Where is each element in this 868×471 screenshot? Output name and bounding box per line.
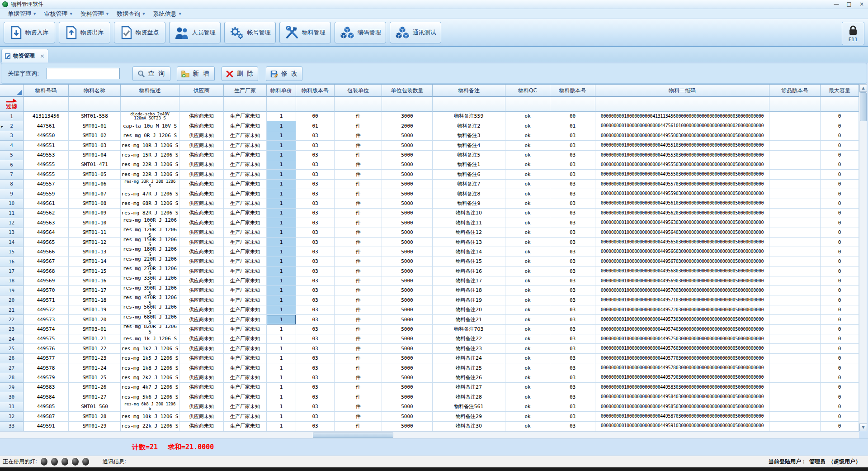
- cell-version[interactable]: 03: [296, 228, 335, 238]
- cell-version[interactable]: 03: [296, 180, 335, 189]
- cell-supplier[interactable]: 供应商未知: [179, 363, 224, 373]
- row-number[interactable]: 14: [0, 238, 24, 247]
- filter-cell-version2[interactable]: [550, 97, 595, 112]
- cell-qc[interactable]: ok: [505, 344, 550, 353]
- cell-qty[interactable]: 5000: [382, 325, 433, 334]
- filter-cell-maker[interactable]: [224, 97, 267, 112]
- cell-qc[interactable]: ok: [505, 189, 550, 199]
- cell-qty[interactable]: 5000: [382, 151, 433, 160]
- cell-note[interactable]: 物料备注22: [433, 334, 505, 344]
- close-icon[interactable]: ×: [40, 53, 45, 59]
- cell-maker[interactable]: 生产厂家未知: [224, 412, 267, 421]
- row-number[interactable]: 13: [0, 228, 24, 238]
- cell-code[interactable]: 449572: [24, 305, 69, 315]
- cell-version2[interactable]: 03: [550, 295, 595, 305]
- cell-note[interactable]: 物料备注17: [433, 276, 505, 286]
- cell-version[interactable]: 03: [296, 344, 335, 353]
- maximize-button[interactable]: □: [843, 0, 855, 9]
- cell-qty[interactable]: 5000: [382, 276, 433, 286]
- cell-note[interactable]: 物料备注561: [433, 402, 505, 412]
- cell-note[interactable]: 物料备注21: [433, 315, 505, 324]
- cell-qc[interactable]: ok: [505, 325, 550, 334]
- cell-supplier[interactable]: 供应商未知: [179, 170, 224, 179]
- row-number[interactable]: 31: [0, 402, 24, 412]
- cell-capacity[interactable]: 0: [821, 141, 859, 150]
- cell-unit[interactable]: 件: [335, 170, 382, 179]
- cell-qty[interactable]: 5000: [382, 363, 433, 373]
- cell-desc[interactable]: res-mg 6k8 J 200 1206 S: [121, 402, 179, 412]
- cell-note[interactable]: 物料备注2: [433, 121, 505, 131]
- cell-price[interactable]: 1: [267, 422, 296, 431]
- column-header-supplier[interactable]: 供应商: [179, 85, 224, 97]
- cell-desc[interactable]: res-mg 82R J 1206 S: [121, 209, 179, 218]
- cell-barcode[interactable]: 0000000001000000000000044957903000000000…: [595, 373, 769, 383]
- cell-code[interactable]: 449563: [24, 218, 69, 228]
- cell-goods-version[interactable]: [769, 373, 821, 383]
- filter-cell-version[interactable]: [296, 97, 335, 112]
- cell-name[interactable]: SMT01-24: [69, 363, 121, 373]
- cell-price[interactable]: 1: [267, 363, 296, 373]
- cell-name[interactable]: SMT01-20: [69, 315, 121, 324]
- cell-barcode[interactable]: 0000000001000000000000044756101000000000…: [595, 121, 769, 131]
- cell-desc[interactable]: res-mg 1k8 J 1206 S: [121, 363, 179, 373]
- cell-goods-version[interactable]: [769, 354, 821, 363]
- cell-price[interactable]: 1: [267, 228, 296, 238]
- cell-version[interactable]: 03: [296, 354, 335, 363]
- row-number[interactable]: 15: [0, 247, 24, 257]
- cell-qc[interactable]: ok: [505, 266, 550, 276]
- cell-barcode[interactable]: 0000000001000000000000044956103000000000…: [595, 199, 769, 209]
- row-number[interactable]: 26: [0, 354, 24, 363]
- cell-qc[interactable]: ok: [505, 112, 550, 121]
- cell-code[interactable]: 449585: [24, 402, 69, 412]
- cell-unit[interactable]: 件: [335, 151, 382, 160]
- cell-qty[interactable]: 5000: [382, 238, 433, 247]
- cell-desc[interactable]: res-mg 68R J 1206 S: [121, 199, 179, 209]
- cell-capacity[interactable]: 0: [821, 121, 859, 131]
- cell-maker[interactable]: 生产厂家未知: [224, 131, 267, 141]
- cell-name[interactable]: SMT01-09: [69, 209, 121, 218]
- lock-button[interactable]: F11: [842, 22, 864, 45]
- cell-name[interactable]: SMT01-26: [69, 383, 121, 392]
- cell-qty[interactable]: 5000: [382, 160, 433, 170]
- cell-code[interactable]: 449555: [24, 170, 69, 179]
- cell-price[interactable]: 1: [267, 315, 296, 324]
- row-number[interactable]: 18: [0, 276, 24, 286]
- cell-qty[interactable]: 5000: [382, 334, 433, 344]
- cell-version2[interactable]: 03: [550, 218, 595, 228]
- cell-capacity[interactable]: 0: [821, 344, 859, 353]
- cell-barcode[interactable]: 0000000001000000000000044959103000000000…: [595, 422, 769, 431]
- cell-version2[interactable]: 03: [550, 325, 595, 334]
- cell-version2[interactable]: 03: [550, 160, 595, 170]
- cell-capacity[interactable]: 0: [821, 238, 859, 247]
- cell-price[interactable]: 1: [267, 247, 296, 257]
- cell-barcode[interactable]: 0000000001000000000000044957003000000000…: [595, 286, 769, 295]
- cell-barcode[interactable]: 0000000001000000000000044955703000000000…: [595, 180, 769, 189]
- cell-version2[interactable]: 03: [550, 392, 595, 402]
- cell-barcode[interactable]: 0000000001000000000000044955503000000000…: [595, 160, 769, 170]
- menu-item-query[interactable]: 数据查询▼: [113, 9, 149, 19]
- filter-cell-name[interactable]: [69, 97, 121, 112]
- cell-version[interactable]: 03: [296, 218, 335, 228]
- cell-goods-version[interactable]: [769, 325, 821, 334]
- cell-barcode[interactable]: 0000000001000000000000044956703000000000…: [595, 257, 769, 266]
- cell-code[interactable]: 449574: [24, 325, 69, 334]
- cell-price[interactable]: 1: [267, 402, 296, 412]
- cell-price[interactable]: 1: [267, 160, 296, 170]
- cell-qc[interactable]: ok: [505, 363, 550, 373]
- cell-qty[interactable]: 5000: [382, 218, 433, 228]
- cell-price[interactable]: 1: [267, 112, 296, 121]
- cell-version2[interactable]: 03: [550, 305, 595, 315]
- cell-qty[interactable]: 5000: [382, 295, 433, 305]
- row-number[interactable]: 19: [0, 286, 24, 295]
- cell-note[interactable]: 物料备注24: [433, 354, 505, 363]
- cell-version2[interactable]: 03: [550, 334, 595, 344]
- cell-qc[interactable]: ok: [505, 170, 550, 179]
- cell-qc[interactable]: ok: [505, 286, 550, 295]
- cell-supplier[interactable]: 供应商未知: [179, 238, 224, 247]
- column-header-capacity[interactable]: 最大容量: [821, 85, 859, 97]
- cell-qc[interactable]: ok: [505, 354, 550, 363]
- cell-supplier[interactable]: 供应商未知: [179, 383, 224, 392]
- cell-capacity[interactable]: 0: [821, 112, 859, 121]
- cell-qty[interactable]: 5000: [382, 286, 433, 295]
- cell-version[interactable]: 03: [296, 238, 335, 247]
